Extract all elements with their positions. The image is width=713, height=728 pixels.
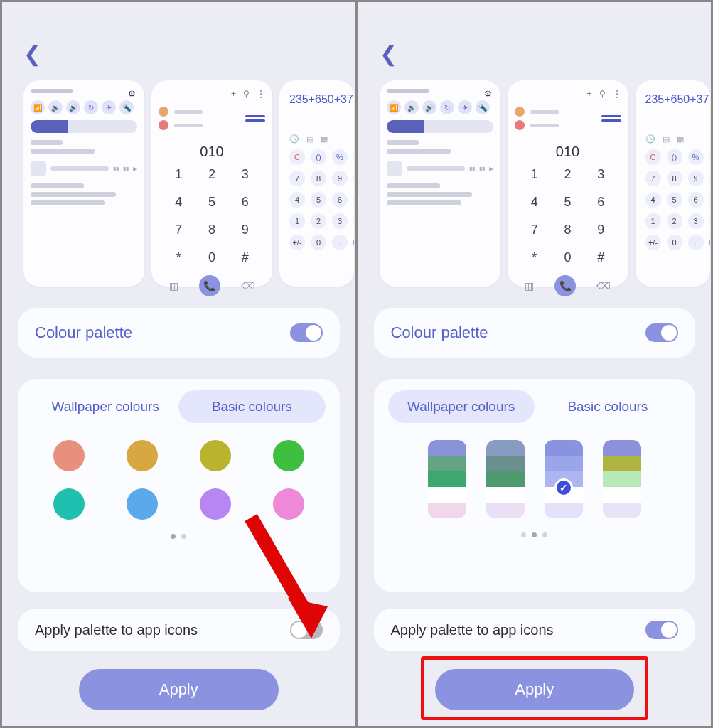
dial-key: # (236, 250, 254, 265)
apply-button[interactable]: Apply (435, 669, 635, 710)
backspace-icon: ⌫ (241, 280, 255, 291)
dial-key: 2 (559, 167, 577, 182)
dial-key: 8 (203, 223, 221, 237)
dialer-display: 010 (515, 144, 621, 160)
preview-calculator: 235+650+37 🕓▤▩ C()%÷789×456−123++/-0.= (636, 80, 710, 287)
colour-swatch[interactable] (53, 440, 85, 471)
calc-key: ÷ (709, 149, 710, 165)
sound-icon: 🔊 (422, 100, 436, 114)
wifi-icon: 📶 (31, 100, 45, 114)
dial-key: 9 (592, 223, 610, 237)
calc-key: . (688, 235, 704, 250)
video-call-icon: ▥ (169, 280, 178, 291)
dial-key: * (170, 250, 188, 265)
call-button-icon: 📞 (199, 275, 220, 296)
calc-keys: C()%÷789×456−123++/-0.= (643, 146, 703, 253)
tab-wallpaper-colours[interactable]: Wallpaper colours (388, 390, 535, 423)
preview-carousel: ⚙ 📶 🔉 🔊 ↻ ✈ 🔦 ▮▮▮▮▶ + (380, 80, 712, 287)
screenshot-right: ❮ ⚙ 📶 🔉 🔊 ↻ ✈ 🔦 ▮▮▮▮▶ (358, 2, 712, 726)
calc-key: 8 (667, 171, 682, 186)
colour-swatch[interactable] (200, 488, 231, 520)
screenshot-left: ❮ ⚙ 📶 🔉 🔊 ↻ ✈ 🔦 ▮▮▮▮▶ (2, 2, 358, 726)
palette-picker: Wallpaper colours Basic colours ✓ (374, 379, 696, 592)
colour-swatch[interactable] (127, 488, 158, 520)
calc-key: % (688, 149, 704, 165)
calc-key: 4 (289, 192, 305, 208)
calc-key: 5 (311, 192, 326, 208)
preview-dialer: +⚲⋮ 010 123456789*0# ▥ 📞 ⌫ (508, 80, 628, 287)
calc-key: 3 (688, 213, 704, 229)
rotate-icon: ↻ (440, 100, 454, 114)
menu-dots-icon: ⋮ (613, 89, 621, 99)
apply-icons-toggle[interactable] (290, 621, 323, 639)
dial-key: 8 (559, 223, 577, 237)
dialer-keys: 123456789*0# (515, 167, 621, 265)
dial-key: 1 (526, 167, 544, 182)
dial-key: 5 (559, 195, 577, 210)
calc-key: + (353, 213, 354, 229)
tab-basic-colours[interactable]: Basic colours (178, 390, 325, 423)
tab-basic-colours[interactable]: Basic colours (535, 390, 681, 423)
backspace-icon: ⌫ (596, 280, 611, 291)
pager-dots (32, 534, 326, 539)
colour-swatch[interactable] (273, 488, 304, 520)
back-button[interactable]: ❮ (380, 41, 397, 66)
dial-key: 3 (592, 167, 610, 182)
calc-expression: 235+650+37 (286, 89, 347, 110)
calc-key: 2 (311, 213, 326, 229)
dial-key: 4 (170, 195, 188, 210)
dial-key: 4 (526, 195, 544, 210)
calc-key: +/- (289, 235, 305, 250)
ruler-icon: ▤ (306, 134, 313, 144)
palette-title: Colour palette (35, 323, 132, 342)
colour-swatch[interactable] (200, 440, 231, 471)
brightness-slider-preview (31, 120, 137, 133)
back-button[interactable]: ❮ (23, 41, 41, 66)
preview-carousel: ⚙ 📶 🔉 🔊 ↻ ✈ 🔦 ▮▮▮▮▶ (23, 80, 358, 287)
check-icon: ✓ (554, 478, 573, 497)
calc-key: − (353, 192, 354, 208)
wallpaper-palette[interactable] (486, 440, 525, 518)
calc-key: 9 (332, 171, 348, 186)
calc-key: +/- (645, 235, 661, 250)
calc-key: = (709, 235, 710, 250)
calc-key: 3 (332, 213, 348, 229)
calc-key: % (332, 149, 348, 165)
calc-key: × (353, 171, 354, 186)
calc-key: 6 (688, 192, 704, 208)
calc-key: 9 (688, 171, 704, 186)
dialer-display: 010 (159, 144, 265, 160)
apply-button[interactable]: Apply (79, 669, 279, 710)
calc-icon: ▩ (321, 134, 328, 144)
palette-master-toggle[interactable] (645, 323, 678, 342)
calc-key: + (709, 213, 710, 229)
brightness-slider-preview (387, 120, 493, 133)
colour-swatch[interactable] (273, 440, 304, 471)
plus-icon: + (231, 89, 236, 99)
apply-icons-row: Apply palette to app icons (18, 609, 340, 651)
dial-key: * (526, 250, 544, 265)
dial-key: 1 (170, 167, 188, 182)
palette-title: Colour palette (391, 323, 488, 342)
gear-icon: ⚙ (128, 89, 136, 99)
tab-wallpaper-colours[interactable]: Wallpaper colours (32, 390, 178, 423)
apply-icons-toggle[interactable] (645, 621, 678, 639)
dial-key: 7 (170, 223, 188, 237)
airplane-icon: ✈ (102, 100, 116, 114)
dial-key: 3 (236, 167, 254, 182)
wallpaper-palette[interactable]: ✓ (545, 440, 583, 518)
wallpaper-palette[interactable] (603, 440, 641, 518)
sound-icon: 🔊 (66, 100, 80, 114)
dialer-keys: 123456789*0# (159, 167, 265, 265)
colour-swatch[interactable] (127, 440, 158, 471)
ruler-icon: ▤ (663, 134, 670, 144)
search-icon: ⚲ (243, 89, 250, 99)
wallpaper-palette[interactable] (428, 440, 466, 518)
colour-swatch[interactable] (53, 488, 85, 520)
calc-expression: 235+650+37 (643, 89, 703, 110)
dial-key: 5 (203, 195, 221, 210)
video-call-icon: ▥ (525, 280, 534, 291)
calc-key: C (645, 149, 661, 165)
preview-quick-settings: ⚙ 📶 🔉 🔊 ↻ ✈ 🔦 ▮▮▮▮▶ (23, 80, 144, 287)
palette-master-toggle[interactable] (290, 323, 323, 342)
